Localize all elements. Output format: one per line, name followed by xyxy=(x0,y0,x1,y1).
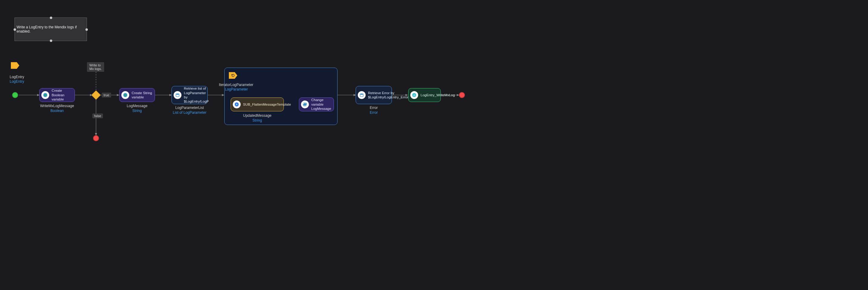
annotation-box[interactable]: Write a LogEntry to the Mendix logs if e… xyxy=(14,18,87,41)
resize-handle-n[interactable] xyxy=(50,17,52,19)
activity-label: Create String variable xyxy=(132,91,153,100)
activity-create-boolean-variable[interactable]: Create Boolean variable xyxy=(39,88,75,102)
activity-type: Error xyxy=(355,110,392,115)
end-event-false[interactable] xyxy=(93,135,99,141)
resize-handle-e[interactable] xyxy=(86,28,88,31)
activity-retrieve-list[interactable]: Retrieve list of LogParameter by $LogEnt… xyxy=(172,86,208,104)
resize-handle-s[interactable] xyxy=(50,39,52,42)
activity-type: Boolean xyxy=(39,109,75,113)
microflow-canvas[interactable]: Write a LogEntry to the Mendix logs if e… xyxy=(0,0,468,160)
activity-change-variable[interactable]: Change variable LogMessage xyxy=(299,97,334,111)
parameter-type: LogEntry xyxy=(10,79,24,84)
activity-call-microflow[interactable]: SUB_FlattenMessageTemplate xyxy=(231,97,284,111)
activity-caption: LogMessage xyxy=(119,104,155,108)
end-event[interactable] xyxy=(459,92,465,98)
decision-split[interactable] xyxy=(91,90,100,100)
retrieve-icon xyxy=(174,91,181,99)
annotation-text: Write a LogEntry to the Mendix logs if e… xyxy=(17,25,85,33)
loop-iterator-icon xyxy=(229,72,237,79)
activity-create-string-variable[interactable]: Create String variable xyxy=(119,88,155,102)
activity-label: Change variable LogMessage xyxy=(311,98,332,111)
activity-caption: LogParameterList xyxy=(168,106,211,110)
retrieve-icon xyxy=(358,91,366,99)
resize-handle-w[interactable] xyxy=(13,28,16,31)
activity-caption: Error xyxy=(355,106,392,110)
activity-java-action[interactable]: LogEntry_WriteMxLog xyxy=(408,88,441,102)
activity-type: List of LogParameter xyxy=(168,110,211,115)
activity-label: LogEntry_WriteMxLog xyxy=(421,93,455,97)
parameter-icon[interactable] xyxy=(11,62,19,69)
parameter-name: LogEntry xyxy=(10,75,24,79)
java-action-icon xyxy=(410,91,418,99)
activity-type: String xyxy=(119,109,155,113)
iterator-name: IteratorLogParameter xyxy=(219,83,253,87)
microflow-call-icon xyxy=(233,100,241,108)
activity-caption: UpdatedMessage xyxy=(231,114,284,118)
iterator-type: LogParameter xyxy=(225,87,248,91)
flow-label-true: true xyxy=(102,93,111,97)
create-variable-icon xyxy=(121,91,129,99)
svg-point-17 xyxy=(412,93,416,97)
change-variable-icon xyxy=(301,100,309,108)
activity-label: Retrieve Error by $LogEntry/LogEntry_Err… xyxy=(368,91,408,100)
create-variable-icon xyxy=(41,91,49,99)
flow-label-false: false xyxy=(92,114,103,118)
activity-label: Create Boolean variable xyxy=(52,89,73,101)
activity-caption: WriteMxLogMessage xyxy=(39,104,75,108)
activity-retrieve-error[interactable]: Retrieve Error by $LogEntry/LogEntry_Err… xyxy=(355,86,392,104)
decision-caption: Write to Mx logs. xyxy=(87,62,104,72)
start-event[interactable] xyxy=(12,92,18,98)
svg-point-16 xyxy=(360,94,364,95)
svg-point-13 xyxy=(176,94,179,95)
activity-label: SUB_FlattenMessageTemplate xyxy=(243,102,291,106)
activity-label: Retrieve list of LogParameter by $LogEnt… xyxy=(184,86,209,104)
activity-type: String xyxy=(231,118,284,123)
